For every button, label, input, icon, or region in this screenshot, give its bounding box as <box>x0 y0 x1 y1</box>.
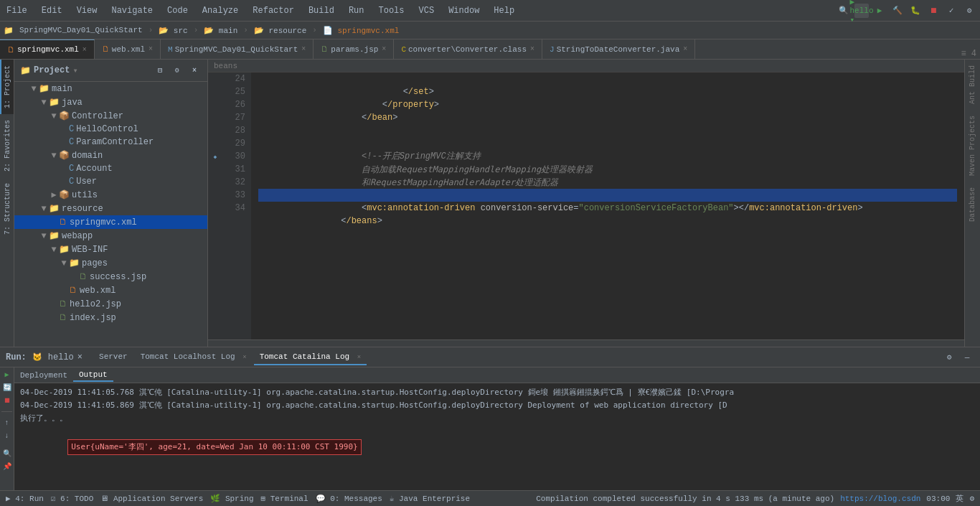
path-sep-1: › <box>149 26 154 34</box>
run-config-close[interactable]: × <box>77 352 83 362</box>
tab-close-quickstart[interactable]: × <box>301 45 306 53</box>
csdn-link[interactable]: https://blog.csdn <box>840 495 920 503</box>
menu-analyze[interactable]: Analyze <box>199 4 241 17</box>
tree-user[interactable]: C User <box>14 175 207 188</box>
tab-springmvc-xml[interactable]: 🗋 springmvc.xml × <box>0 39 95 59</box>
run-btn-bottom[interactable]: ▶ 4: Run <box>6 494 44 503</box>
tree-controller-pkg[interactable]: ▼ 📦 Controller <box>14 109 207 123</box>
tree-domain-pkg[interactable]: ▼ 📦 domain <box>14 149 207 162</box>
run-tab-server[interactable]: Server <box>93 350 133 365</box>
run-tab-tomcat-catalina[interactable]: Tomcat Catalina Log × <box>254 350 367 365</box>
tree-utils-pkg[interactable]: ▶ 📦 utils <box>14 188 207 202</box>
tab-project[interactable]: 1: Project <box>0 60 14 114</box>
tree-account[interactable]: C Account <box>14 162 207 175</box>
tab-close-springmvc[interactable]: × <box>83 46 87 54</box>
run-subtab-output[interactable]: Output <box>73 369 113 382</box>
run-start-btn[interactable]: ▶ <box>1 369 13 380</box>
messages-btn[interactable]: 💬 0: Messages <box>316 494 382 503</box>
tab-params-jsp[interactable]: 🗋 params.jsp × <box>314 39 394 59</box>
search-everywhere-btn[interactable]: 🔍 <box>837 4 851 18</box>
run-filter-btn[interactable]: 🔍 <box>1 448 13 459</box>
tree-webapp[interactable]: ▼ 📁 webapp <box>14 229 207 243</box>
menu-help[interactable]: Help <box>491 4 517 17</box>
menu-tools[interactable]: Tools <box>376 4 407 17</box>
tab-converter-class[interactable]: C converter\Converter.class × <box>394 39 542 59</box>
tree-main[interactable]: ▼ 📁 main <box>14 82 207 95</box>
gutter-31 <box>208 163 222 176</box>
linenum-24: 24 <box>228 72 245 85</box>
sidebar-collapse-btn[interactable]: ⊟ <box>153 63 167 78</box>
horizontal-scrollbar[interactable] <box>208 339 964 347</box>
ant-build-tab[interactable]: Ant Build <box>967 60 978 110</box>
maven-projects-tab[interactable]: Maven Projects <box>967 110 978 182</box>
run-panel-header: Run: 🐱 hello × Server Tomcat Localhost L… <box>0 347 980 367</box>
run-tab-close-catalina[interactable]: × <box>357 354 361 361</box>
stop-btn[interactable]: ⏹ <box>926 4 941 18</box>
run-panel-minimize[interactable]: — <box>960 350 974 365</box>
build-btn[interactable]: 🔨 <box>890 4 905 18</box>
tab-close-string-converter[interactable]: × <box>683 45 687 53</box>
tree-label-webinf: WEB-INF <box>72 245 108 255</box>
settings-btn[interactable]: ⚙ <box>962 4 976 18</box>
java-enterprise-btn[interactable]: ☕ Java Enterprise <box>390 494 470 503</box>
tree-hellocontrol[interactable]: C HelloControl <box>14 123 207 136</box>
tree-java[interactable]: ▼ 📁 java <box>14 95 207 109</box>
tab-quickstart[interactable]: M SpringMVC_Day01_QuickStart × <box>161 39 314 59</box>
menu-code[interactable]: Code <box>164 4 191 17</box>
tab-structure[interactable]: 7: Structure <box>0 177 14 240</box>
tab-close-web[interactable]: × <box>149 45 153 53</box>
debug-btn[interactable]: 🐛 <box>908 4 923 18</box>
menu-navigate[interactable]: Navigate <box>108 4 156 17</box>
tree-index-jsp[interactable]: 🗋 index.jsp <box>14 311 207 324</box>
menu-file[interactable]: File <box>4 4 30 17</box>
dropdown-icon[interactable]: ▾ <box>72 65 77 76</box>
run-redeploy-btn[interactable]: 🔄 <box>1 382 13 393</box>
menu-window[interactable]: Window <box>446 4 482 17</box>
tab-web-xml[interactable]: 🗋 web.xml × <box>95 39 161 59</box>
run-panel-settings[interactable]: ⚙ <box>942 350 956 365</box>
menu-build[interactable]: Build <box>306 4 337 17</box>
tab-string-converter[interactable]: J StringToDateConverter.java × <box>542 39 695 59</box>
run-tab-tomcat-localhost[interactable]: Tomcat Localhost Log × <box>135 350 253 365</box>
code-line-27 <box>258 111 957 124</box>
tree-success-jsp[interactable]: 🗋 success.jsp <box>14 270 207 284</box>
sidebar-close-btn[interactable]: × <box>187 63 202 78</box>
run-pin-btn[interactable]: 📌 <box>1 461 13 472</box>
tree-resource[interactable]: ▼ 📁 resource <box>14 202 207 215</box>
resource-label: 📂 resource <box>254 26 306 35</box>
run-config-dropdown[interactable]: ▶ hello ▾ <box>854 4 869 18</box>
editor-content[interactable]: ◆ 24 25 26 27 28 29 30 31 <box>208 72 964 339</box>
run-btn[interactable]: ▶ <box>872 4 887 18</box>
todo-btn[interactable]: ☑ 6: TODO <box>51 494 93 503</box>
database-tab[interactable]: Database <box>967 182 978 228</box>
lang-indicator[interactable]: 英 <box>956 493 963 504</box>
tab-close-params[interactable]: × <box>382 45 386 53</box>
run-subtab-deployment[interactable]: Deployment <box>14 370 73 381</box>
sidebar-settings-btn[interactable]: ⚙ <box>170 63 184 78</box>
tree-toggle-webinf: ▼ <box>49 245 59 255</box>
menu-view[interactable]: View <box>74 4 100 17</box>
run-down-btn[interactable]: ↓ <box>1 430 13 441</box>
menu-refactor[interactable]: Refactor <box>250 4 297 17</box>
tree-springmvc-xml[interactable]: 🗋 springmvc.xml <box>14 215 207 229</box>
tab-more[interactable]: ≡ 4 <box>957 49 980 59</box>
spring-btn[interactable]: 🌿 Spring <box>210 494 253 503</box>
tab-favorites[interactable]: 2: Favorites <box>0 114 14 177</box>
terminal-btn[interactable]: ⊞ Terminal <box>261 494 308 503</box>
menu-edit[interactable]: Edit <box>39 4 65 17</box>
app-servers-btn[interactable]: 🖥 Application Servers <box>100 494 203 503</box>
menu-run[interactable]: Run <box>346 4 367 17</box>
tree-web-xml[interactable]: 🗋 web.xml <box>14 284 207 297</box>
run-up-btn[interactable]: ↑ <box>1 417 13 428</box>
coverage-btn[interactable]: ✓ <box>944 4 958 18</box>
linenum-34: 34 <box>228 202 245 215</box>
run-tab-close-localhost[interactable]: × <box>242 354 246 361</box>
run-stop-btn[interactable]: ⏹ <box>1 395 13 406</box>
tree-hello2-jsp[interactable]: 🗋 hello2.jsp <box>14 297 207 311</box>
settings-bottom[interactable]: ⚙ <box>969 494 974 503</box>
tab-close-converter[interactable]: × <box>530 45 534 53</box>
tree-paramcontroller[interactable]: C ParamController <box>14 136 207 149</box>
tree-webinf[interactable]: ▼ 📁 WEB-INF <box>14 243 207 256</box>
menu-vcs[interactable]: VCS <box>416 4 438 17</box>
tree-pages[interactable]: ▼ 📁 pages <box>14 256 207 270</box>
